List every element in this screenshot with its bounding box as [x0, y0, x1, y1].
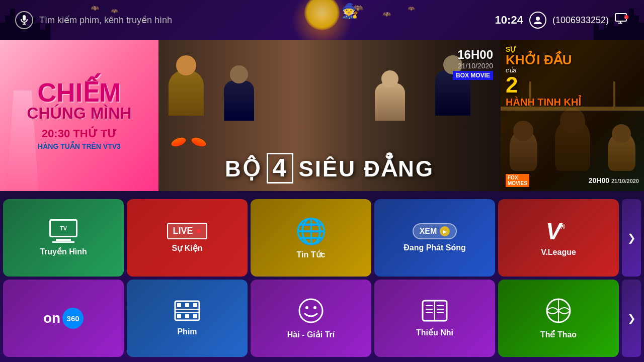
svg-point-22 — [313, 306, 316, 309]
clock-display: 10:24 — [495, 14, 523, 27]
menu-item-vleague[interactable]: V ® V.League — [498, 199, 619, 277]
tv-base — [52, 241, 74, 243]
banner-right[interactable]: SỰ KHỞI ĐẦU của 2 HÀNH TINH KHỈ FOXMOVIE… — [501, 40, 644, 191]
menu-item-thieu-nhi[interactable]: Thiếu Nhi — [374, 280, 495, 357]
account-id-label: (1006933252) — [552, 15, 609, 26]
center-channel: BOX MOVIE — [453, 71, 493, 80]
movie-title-word1: BỘ — [225, 156, 262, 181]
hero-figure-1 — [169, 55, 209, 156]
menu-label-phim: Phim — [177, 327, 197, 336]
svg-rect-17 — [193, 314, 197, 318]
center-movie-title-wrap: BỘ 4 SIÊU ĐẲNG — [158, 153, 501, 184]
svg-rect-14 — [193, 303, 197, 307]
chevron-right-icon: ❯ — [627, 232, 636, 244]
right-banner-title-wrap: SỰ KHỞI ĐẦU của 2 HÀNH TINH KHỈ — [506, 45, 639, 108]
center-schedule-badge: 16H00 21/10/2020 BOX MOVIE — [453, 48, 493, 80]
menu-label-the-thao: Thể Thao — [540, 330, 577, 339]
more-button-row1[interactable]: ❯ — [622, 199, 641, 277]
more-button-row2[interactable]: ❯ — [622, 280, 641, 357]
right-schedule-row: FOXMOVIES 20H00 21/10/2020 — [506, 174, 639, 187]
vleague-logo-icon: V ® — [543, 219, 574, 244]
svg-text:+: + — [625, 16, 627, 19]
menu-grid: TV Truyền Hình LIVE ● Sự Kiện 🌐 Tin Tức … — [0, 194, 644, 362]
menu-item-the-thao[interactable]: Thể Thao — [498, 280, 619, 357]
chevron-right-icon-2: ❯ — [627, 312, 636, 324]
menu-item-truyen-hinh[interactable]: TV Truyền Hình — [3, 199, 124, 277]
svg-rect-16 — [185, 314, 189, 318]
xem-badge-icon: XEM ▶ — [413, 223, 457, 239]
xem-text: XEM — [420, 227, 437, 236]
menu-label-hai-giai-tri: Hài - Giải Trí — [287, 330, 335, 339]
live-text: LIVE — [173, 226, 193, 236]
menu-label-truyen-hinh: Truyền Hình — [40, 247, 87, 256]
smiley-icon — [298, 298, 324, 326]
banner-left-content: CHIẾM CHÚNG MÌNH 20:30 THỨ TƯ HÀNG TUẦN … — [27, 81, 132, 150]
right-title-cua: của — [506, 66, 639, 74]
search-area[interactable]: Tìm kiếm phim, kênh truyền hình — [15, 11, 495, 29]
banner-schedule: 20:30 THỨ TƯ — [27, 127, 132, 140]
search-placeholder-text: Tìm kiếm phim, kênh truyền hình — [39, 15, 172, 26]
right-channel-badge: FOXMOVIES — [506, 174, 529, 187]
menu-item-dang-phat-song[interactable]: XEM ▶ Đang Phát Sóng — [374, 199, 495, 277]
book-icon — [422, 300, 448, 324]
live-badge-icon: LIVE ● — [167, 223, 208, 239]
microphone-icon[interactable] — [15, 11, 33, 29]
svg-text:®: ® — [560, 223, 566, 231]
hero-figure-2 — [224, 65, 259, 156]
svg-point-21 — [305, 306, 308, 309]
svg-point-20 — [299, 299, 323, 322]
banner-center[interactable]: 16H00 21/10/2020 BOX MOVIE BỘ 4 SIÊU ĐẲN… — [158, 40, 501, 191]
header-right: 10:24 (1006933252) + — [495, 12, 629, 29]
right-title-num: 2 — [506, 74, 639, 96]
live-dot: ● — [196, 226, 202, 236]
basketball-icon — [545, 298, 572, 326]
menu-item-on360[interactable]: on 360 — [3, 280, 124, 357]
banner-title-line2: CHÚNG MÌNH — [27, 105, 132, 122]
xem-play-button: ▶ — [440, 226, 450, 236]
right-time-display: 20H00 21/10/2020 — [589, 176, 639, 185]
ape-figures — [501, 121, 644, 171]
menu-label-thieu-nhi: Thiếu Nhi — [416, 328, 453, 337]
menu-label-tin-tuc: Tin Tức — [297, 250, 326, 259]
menu-label-dang-phat-song: Đang Phát Sóng — [404, 243, 466, 252]
svg-rect-13 — [185, 303, 189, 307]
tv-icon: TV — [49, 219, 77, 243]
menu-label-su-kien: Sự Kiện — [172, 243, 203, 253]
menu-label-vleague: V.League — [541, 248, 576, 257]
svg-rect-0 — [23, 15, 26, 21]
banner-channel: HÀNG TUẦN TRÊN VTV3 — [27, 142, 132, 150]
menu-item-hai-giai-tri[interactable]: Hài - Giải Trí — [251, 280, 371, 357]
globe-icon: 🌐 — [295, 217, 327, 246]
header: 🦇 🦇 🦇 🦇 🦇 🧙 Tìm kiếm phim, kênh truyền h… — [0, 0, 644, 40]
movie-title-word2: SIÊU ĐẲNG — [298, 156, 434, 181]
hero-figure-3 — [375, 70, 410, 156]
film-icon — [174, 300, 200, 323]
right-title-hanh-tinh-khi: HÀNH TINH KHỈ — [506, 96, 639, 108]
tv-stand — [56, 239, 71, 241]
menu-item-su-kien[interactable]: LIVE ● Sự Kiện — [127, 199, 248, 277]
menu-item-phim[interactable]: Phim — [127, 280, 248, 357]
svg-rect-12 — [177, 303, 181, 307]
on-text: on — [43, 310, 60, 326]
banner-title-line1: CHIẾM — [27, 81, 132, 105]
on360-logo-icon: on 360 — [43, 308, 84, 329]
center-time: 16H00 — [453, 48, 493, 62]
banner-section: CHIẾM CHÚNG MÌNH 20:30 THỨ TƯ HÀNG TUẦN … — [0, 40, 644, 191]
right-title-khoi-dau: KHỞI ĐẦU — [506, 53, 639, 66]
user-icon[interactable] — [529, 12, 546, 29]
svg-rect-15 — [177, 314, 181, 318]
circle-360: 360 — [62, 308, 84, 329]
movie-title-num: 4 — [267, 153, 293, 184]
banner-left[interactable]: CHIẾM CHÚNG MÌNH 20:30 THỨ TƯ HÀNG TUẦN … — [0, 40, 158, 191]
center-date: 21/10/2020 — [453, 62, 493, 70]
tv-screen: TV — [49, 219, 77, 237]
screen-icon[interactable]: + — [615, 13, 629, 27]
svg-point-3 — [536, 17, 540, 21]
menu-item-tin-tuc[interactable]: 🌐 Tin Tức — [251, 199, 371, 277]
